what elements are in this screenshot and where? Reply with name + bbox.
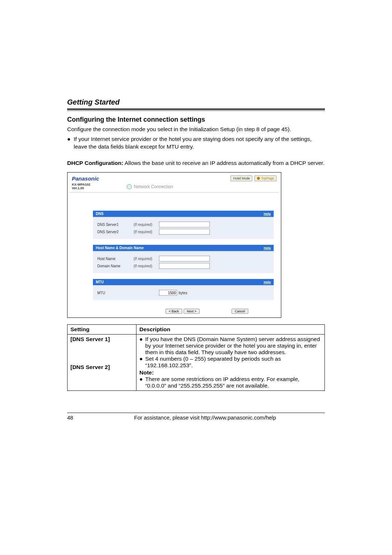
dhcp-text: Allows the base unit to receive an IP ad… <box>123 160 324 166</box>
footer-rule <box>67 413 325 413</box>
next-button[interactable]: Next > <box>184 309 200 314</box>
dns1-cell: [DNS Server 1] <box>70 336 110 342</box>
domainname-hint: (If required) <box>134 264 159 268</box>
bullet-icon: ● <box>67 135 74 151</box>
rule-heavy <box>67 109 325 110</box>
footer-assist: For assistance, please visit http://www.… <box>85 414 325 421</box>
page-number: 48 <box>67 414 85 421</box>
dns-header: DNS <box>96 212 103 216</box>
dns1-input[interactable] <box>159 222 210 227</box>
dns2-label: DNS Server2 <box>97 230 134 234</box>
hostname-label: Host Name <box>97 257 134 261</box>
top-page-icon <box>257 177 260 180</box>
dhcp-label: DHCP Configuration: <box>67 160 123 166</box>
network-title: Network Connection <box>134 184 173 189</box>
dns2-input[interactable] <box>159 229 210 235</box>
table-header-description: Description <box>136 325 325 335</box>
hostname-input[interactable] <box>159 256 210 262</box>
mtu-block: MTU Help MTU bytes <box>93 279 274 300</box>
host-header: Host Name & Domain Name <box>96 246 144 250</box>
brand-logo: Panasonic <box>72 175 99 182</box>
note-label: Note: <box>139 369 322 376</box>
cancel-button[interactable]: Cancel <box>232 309 248 314</box>
rule-light <box>67 110 325 111</box>
hostname-hint: (If required) <box>134 257 159 261</box>
dns-help-link[interactable]: Help <box>264 212 271 216</box>
dns1-hint: (If required) <box>134 223 159 227</box>
domainname-input[interactable] <box>159 263 210 269</box>
network-icon <box>127 184 132 189</box>
back-button[interactable]: < Back <box>166 309 182 314</box>
mtu-header: MTU <box>96 280 104 284</box>
hotel-mode-badge[interactable]: Hotel Mode <box>230 175 252 181</box>
desc3: There are some restrictions on IP addres… <box>145 376 322 389</box>
settings-table: Setting Description [DNS Server 1] ● If … <box>67 324 325 391</box>
host-help-link[interactable]: Help <box>264 246 271 250</box>
chapter-title: Getting Started <box>67 98 325 106</box>
mtu-label: MTU <box>97 291 134 295</box>
table-header-setting: Setting <box>68 325 136 335</box>
host-block: Host Name & Domain Name Help Host Name (… <box>93 245 274 273</box>
mtu-input[interactable] <box>159 290 177 296</box>
mtu-unit: bytes <box>179 291 187 295</box>
model-label: KX-WPA102 Ver.1.00 <box>72 183 90 190</box>
section-title: Configuring the Internet connection sett… <box>67 116 325 123</box>
mtu-help-link[interactable]: Help <box>264 280 271 284</box>
dns-block: DNS Help DNS Server1 (If required) DNS S… <box>93 211 274 239</box>
bullet-icon: ● <box>139 356 145 369</box>
dns2-cell: [DNS Server 2] <box>70 364 110 370</box>
domainname-label: Domain Name <box>97 264 134 268</box>
desc1: If you have the DNS (Domain Name System)… <box>145 336 322 356</box>
bullet-icon: ● <box>139 336 145 356</box>
bullet-text: If your Internet service provider or the… <box>74 135 325 151</box>
dns2-hint: (If required) <box>134 230 159 234</box>
dns1-label: DNS Server1 <box>97 223 134 227</box>
bullet-icon: ● <box>139 376 145 389</box>
config-screenshot: Panasonic Hotel Mode TopPage KX-WPA102 V… <box>67 172 281 318</box>
intro-text: Configure the connection mode you select… <box>67 126 325 133</box>
top-page-badge[interactable]: TopPage <box>254 175 277 181</box>
desc2: Set 4 numbers (0 – 255) separated by per… <box>145 356 322 369</box>
